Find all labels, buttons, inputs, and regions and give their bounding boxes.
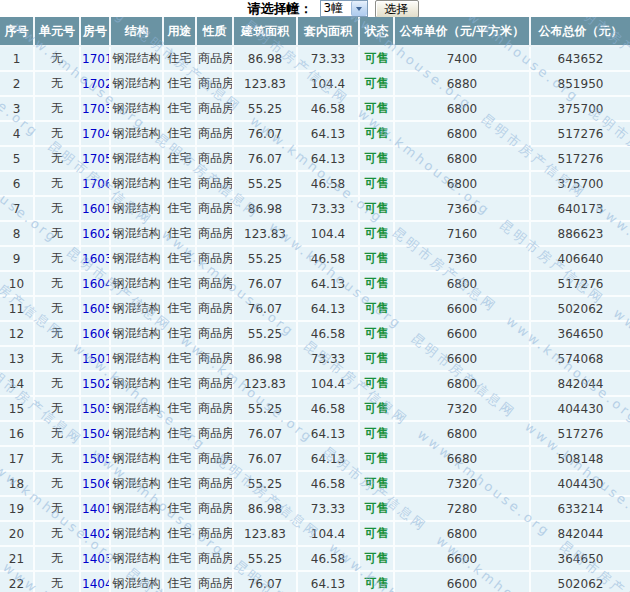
cell-total-price: 640173 [530, 196, 630, 221]
cell-structure: 钢混结构 [110, 296, 163, 321]
cell-structure: 钢混结构 [110, 246, 163, 271]
cell-inner-area: 46.58 [297, 96, 359, 121]
cell-inner-area: 46.58 [297, 171, 359, 196]
cell-inner-area: 104.4 [297, 521, 359, 546]
room-number-link[interactable]: 1404 [80, 571, 110, 592]
cell-unit-number: 无 [34, 546, 80, 571]
table-row: 11无1605钢混结构住宅商品房76.0764.13可售6600502062 [0, 296, 630, 321]
room-number-link[interactable]: 1606 [80, 321, 110, 346]
cell-usage: 住宅 [163, 321, 196, 346]
cell-inner-area: 104.4 [297, 221, 359, 246]
cell-serial: 13 [0, 346, 34, 371]
cell-usage: 住宅 [163, 496, 196, 521]
cell-floor-area: 76.07 [233, 121, 297, 146]
room-number-link[interactable]: 1605 [80, 296, 110, 321]
status-badge: 可售 [359, 471, 394, 496]
table-row: 16无1504钢混结构住宅商品房76.0764.13可售6800517276 [0, 421, 630, 446]
cell-inner-area: 104.4 [297, 71, 359, 96]
building-select-value: 3幢 [321, 1, 351, 16]
header-row: 序号单元号房号结构用途性质建筑面积套内面积状态公布单价（元/平方米）公布总价（元… [0, 17, 630, 46]
room-number-link[interactable]: 1603 [80, 246, 110, 271]
room-number-link[interactable]: 1402 [80, 521, 110, 546]
chevron-down-icon[interactable] [351, 1, 367, 16]
cell-unit-price: 7400 [394, 46, 530, 71]
cell-floor-area: 123.83 [233, 71, 297, 96]
cell-total-price: 842044 [530, 371, 630, 396]
room-number-link[interactable]: 1602 [80, 221, 110, 246]
cell-inner-area: 73.33 [297, 46, 359, 71]
room-number-link[interactable]: 1505 [80, 446, 110, 471]
cell-inner-area: 73.33 [297, 346, 359, 371]
room-number-link[interactable]: 1506 [80, 471, 110, 496]
cell-usage: 住宅 [163, 546, 196, 571]
table-row: 8无1602钢混结构住宅商品房123.83104.4可售7160886623 [0, 221, 630, 246]
cell-usage: 住宅 [163, 121, 196, 146]
cell-total-price: 364650 [530, 546, 630, 571]
cell-total-price: 517276 [530, 421, 630, 446]
cell-serial: 4 [0, 121, 34, 146]
cell-unit-price: 6600 [394, 346, 530, 371]
column-header: 性质 [196, 17, 233, 46]
cell-structure: 钢混结构 [110, 396, 163, 421]
cell-total-price: 574068 [530, 346, 630, 371]
cell-nature: 商品房 [196, 71, 233, 96]
room-number-link[interactable]: 1604 [80, 271, 110, 296]
cell-unit-number: 无 [34, 246, 80, 271]
cell-floor-area: 76.07 [233, 446, 297, 471]
cell-serial: 11 [0, 296, 34, 321]
cell-floor-area: 123.83 [233, 221, 297, 246]
table-row: 21无1403钢混结构住宅商品房55.2546.58可售6600364650 [0, 546, 630, 571]
building-select[interactable]: 3幢 [320, 0, 368, 17]
cell-unit-price: 7360 [394, 246, 530, 271]
room-number-link[interactable]: 1704 [80, 121, 110, 146]
cell-unit-price: 6600 [394, 296, 530, 321]
cell-serial: 10 [0, 271, 34, 296]
cell-nature: 商品房 [196, 221, 233, 246]
status-badge: 可售 [359, 321, 394, 346]
cell-unit-price: 6880 [394, 71, 530, 96]
cell-structure: 钢混结构 [110, 46, 163, 71]
cell-serial: 15 [0, 396, 34, 421]
cell-serial: 7 [0, 196, 34, 221]
cell-unit-price: 6680 [394, 446, 530, 471]
room-number-link[interactable]: 1403 [80, 546, 110, 571]
column-header: 单元号 [34, 17, 80, 46]
cell-unit-number: 无 [34, 221, 80, 246]
cell-serial: 6 [0, 171, 34, 196]
cell-total-price: 517276 [530, 121, 630, 146]
select-button[interactable]: 选择 [375, 0, 419, 18]
room-number-link[interactable]: 1706 [80, 171, 110, 196]
room-number-link[interactable]: 1502 [80, 371, 110, 396]
cell-structure: 钢混结构 [110, 146, 163, 171]
cell-floor-area: 86.98 [233, 46, 297, 71]
room-number-link[interactable]: 1501 [80, 346, 110, 371]
room-number-link[interactable]: 1601 [80, 196, 110, 221]
cell-serial: 18 [0, 471, 34, 496]
room-number-link[interactable]: 1702 [80, 71, 110, 96]
room-number-link[interactable]: 1705 [80, 146, 110, 171]
column-header: 公布单价（元/平方米） [394, 17, 530, 46]
cell-nature: 商品房 [196, 446, 233, 471]
room-number-link[interactable]: 1401 [80, 496, 110, 521]
room-number-link[interactable]: 1703 [80, 96, 110, 121]
room-number-link[interactable]: 1701 [80, 46, 110, 71]
status-badge: 可售 [359, 96, 394, 121]
cell-inner-area: 46.58 [297, 246, 359, 271]
cell-inner-area: 46.58 [297, 396, 359, 421]
cell-inner-area: 64.13 [297, 296, 359, 321]
status-badge: 可售 [359, 171, 394, 196]
cell-serial: 2 [0, 71, 34, 96]
cell-unit-number: 无 [34, 96, 80, 121]
room-number-link[interactable]: 1504 [80, 421, 110, 446]
room-number-link[interactable]: 1503 [80, 396, 110, 421]
status-badge: 可售 [359, 46, 394, 71]
status-badge: 可售 [359, 371, 394, 396]
cell-nature: 商品房 [196, 521, 233, 546]
cell-serial: 9 [0, 246, 34, 271]
listings-table: 序号单元号房号结构用途性质建筑面积套内面积状态公布单价（元/平方米）公布总价（元… [0, 17, 630, 592]
cell-total-price: 842044 [530, 521, 630, 546]
table-row: 9无1603钢混结构住宅商品房55.2546.58可售7360406640 [0, 246, 630, 271]
status-badge: 可售 [359, 196, 394, 221]
cell-total-price: 375700 [530, 171, 630, 196]
cell-usage: 住宅 [163, 571, 196, 592]
